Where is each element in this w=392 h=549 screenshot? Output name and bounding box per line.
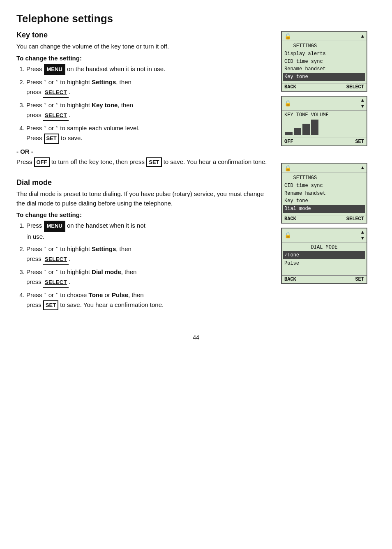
settings-dial-mode-screen: 🔒 ▲ SETTINGS CID time sync Rename handse… (281, 163, 367, 224)
screen-row-rename-handset-1: Rename handset (284, 65, 364, 73)
dm-body: DIAL MODE ✓Tone Pulse (282, 242, 367, 275)
key-tone-step-2: Press ˅ or ˄ to highlight Settings, then… (26, 77, 273, 98)
dial-mode-steps: Press MENU on the handset when it is not… (26, 221, 273, 310)
set-button-1: SET (44, 134, 59, 144)
page-number: 44 (16, 334, 376, 341)
dial-mode-heading: Dial mode (16, 178, 273, 187)
dial-mode-select-screen: 🔒 ▲▼ DIAL MODE ✓Tone Pulse BACK SET (281, 228, 367, 284)
screen-footer-1: BACK SELECT (282, 83, 367, 91)
or-dash: - OR - (16, 148, 273, 155)
up-arrow-1: ▲ (361, 34, 364, 39)
screen-row-key-tone: Key tone (283, 73, 365, 81)
select-button-4: SELECT (43, 278, 69, 288)
up-arrow-2: ▲ (361, 165, 364, 171)
screen-row-key-tone-2: Key tone (284, 197, 364, 205)
off-button: OFF (34, 157, 50, 167)
page-title: Telephone settings (16, 12, 376, 25)
arrow-down-2: ˅ (44, 101, 47, 110)
select-btn-1: SELECT (346, 84, 364, 90)
page-content: Telephone settings Key tone You can chan… (16, 12, 376, 341)
arrow-up-5: ˄ (55, 268, 58, 277)
screen-body-2: SETTINGS CID time sync Rename handset Ke… (282, 173, 367, 214)
key-tone-step-4: Press ˅ or ˄ to sample each volume level… (26, 123, 273, 144)
screen-row-settings-title: SETTINGS (284, 42, 364, 50)
dial-mode-to-change: To change the setting: (16, 211, 273, 218)
menu-button-2: MENU (44, 221, 65, 232)
dm-tone-row: ✓Tone (283, 251, 365, 259)
vol-bar-4 (311, 120, 318, 135)
dm-title: DIAL MODE (284, 244, 364, 251)
menu-button-1: MENU (44, 64, 65, 75)
lock-icon-4: 🔒 (284, 232, 291, 239)
back-btn-1: BACK (284, 84, 296, 90)
dm-footer: BACK SET (282, 275, 367, 283)
select-button-1: SELECT (43, 88, 69, 98)
screen-row-rename-handset-2: Rename handset (284, 190, 364, 198)
dm-header: 🔒 ▲▼ (282, 228, 367, 242)
arrow-down-6: ˅ (44, 291, 47, 300)
dial-mode-step-2: Press ˅ or ˄ to highlight Settings, then… (26, 244, 273, 265)
key-tone-step-3: Press ˅ or ˄ to highlight Key tone, then… (26, 100, 273, 121)
kt-header: 🔒 ▲▼ (282, 97, 367, 111)
select-button-3: SELECT (43, 255, 69, 265)
key-tone-heading: Key tone (16, 31, 273, 39)
screens-column: 🔒 ▲ SETTINGS Display alerts CID time syn… (281, 31, 376, 322)
kt-title: KEY TONE VOLUME (284, 112, 364, 118)
spacer (281, 150, 376, 163)
arrow-down-3: ˅ (44, 125, 47, 133)
lock-icon-3: 🔒 (284, 165, 291, 172)
arrow-down-1: ˅ (44, 78, 47, 87)
screen-row-cid-time-sync-2: CID time sync (284, 182, 364, 190)
kt-footer: OFF SET (282, 138, 367, 145)
back-btn-2: BACK (284, 216, 296, 222)
set-label: SET (355, 139, 364, 145)
screen-header-1: 🔒 ▲ (282, 32, 367, 41)
arrow-up-2: ˄ (55, 101, 58, 110)
up-down-arrows: ▲▼ (361, 98, 364, 109)
screen-row-cid-time-sync-1: CID time sync (284, 58, 364, 66)
set-button-2: SET (146, 157, 161, 167)
screen-row-settings-title-2: SETTINGS (284, 174, 364, 182)
arrow-up-4: ˄ (55, 245, 58, 254)
settings-key-tone-screen: 🔒 ▲ SETTINGS Display alerts CID time syn… (281, 31, 367, 92)
key-tone-or-text: Press OFF to turn off the key tone, then… (16, 157, 273, 167)
dial-mode-section: Dial mode The dial mode is preset to ton… (16, 178, 273, 310)
key-tone-intro: You can change the volume of the key ton… (16, 42, 273, 51)
dm-pulse-row: Pulse (284, 259, 364, 268)
select-button-2: SELECT (43, 111, 69, 121)
lock-icon-2: 🔒 (284, 100, 291, 107)
up-down-arrows-2: ▲▼ (361, 230, 364, 241)
key-tone-to-change: To change the setting: (16, 55, 273, 62)
dial-mode-step-4: Press ˅ or ˄ to choose Tone or Pulse, th… (26, 290, 273, 311)
dial-mode-step-3: Press ˅ or ˄ to highlight Dial mode, the… (26, 267, 273, 288)
screen-row-dial-mode: Dial mode (283, 205, 365, 213)
set-button-3: SET (43, 300, 58, 311)
screen-footer-2: BACK SELECT (282, 215, 367, 223)
vol-bar-1 (285, 132, 293, 135)
dial-mode-intro: The dial mode is preset to tone dialing.… (16, 189, 273, 208)
arrow-up-3: ˄ (55, 125, 58, 133)
screen-header-2: 🔒 ▲ (282, 164, 367, 173)
key-tone-section: Key tone You can change the volume of th… (16, 31, 273, 167)
lock-icon-1: 🔒 (284, 33, 291, 40)
text-column: Key tone You can change the volume of th… (16, 31, 281, 322)
dial-mode-step-1: Press MENU on the handset when it is not… (26, 221, 273, 242)
key-tone-step-1: Press MENU on the handset when it is not… (26, 64, 273, 75)
vol-bar-3 (302, 124, 310, 135)
arrow-down-4: ˅ (44, 245, 47, 254)
select-btn-2: SELECT (346, 216, 364, 222)
screen-body-1: SETTINGS Display alerts CID time sync Re… (282, 41, 367, 82)
arrow-up-6: ˄ (55, 291, 58, 300)
kt-body: KEY TONE VOLUME (282, 111, 367, 138)
key-tone-volume-screen: 🔒 ▲▼ KEY TONE VOLUME OFF SET (281, 96, 367, 146)
arrow-down-5: ˅ (44, 268, 47, 277)
arrow-up-1: ˄ (55, 78, 58, 87)
screen-row-display-alerts: Display alerts (284, 50, 364, 58)
set-label-2: SET (355, 277, 364, 282)
off-label: OFF (284, 139, 293, 145)
volume-bars (284, 120, 364, 135)
dm-spacer (284, 268, 364, 274)
back-label: BACK (284, 277, 296, 282)
vol-bar-2 (294, 128, 301, 135)
key-tone-steps: Press MENU on the handset when it is not… (26, 64, 273, 144)
